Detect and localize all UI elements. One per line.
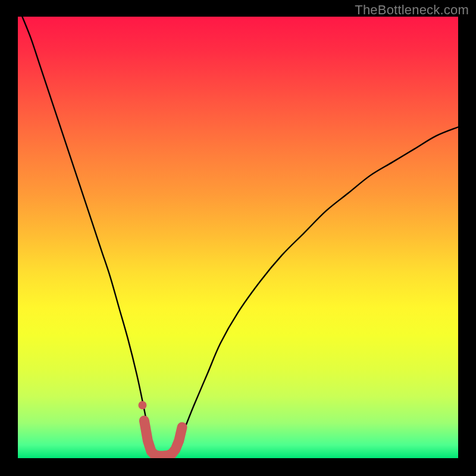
marker-dot xyxy=(138,401,146,409)
chart-frame: TheBottleneck.com xyxy=(0,0,476,476)
plot-area xyxy=(18,17,458,458)
marker-stroke xyxy=(144,421,182,456)
watermark-text: TheBottleneck.com xyxy=(355,2,469,18)
bottleneck-curve xyxy=(22,17,458,458)
curve-layer xyxy=(18,17,458,458)
